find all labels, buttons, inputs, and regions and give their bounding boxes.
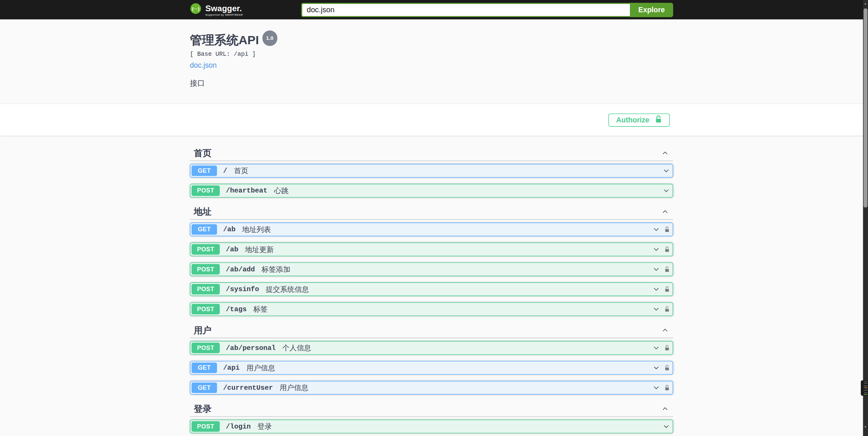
operation-summary: 地址更新 xyxy=(245,245,274,254)
operation-path: /ab xyxy=(226,246,238,253)
operation-summary: 首页 xyxy=(234,166,248,175)
chevron-up-icon[interactable] xyxy=(662,326,669,334)
operation-path: /currentUser xyxy=(223,384,273,392)
operation-row[interactable]: POST /sysinfo 提交系统信息 xyxy=(190,282,673,296)
chevron-down-icon[interactable] xyxy=(663,167,670,174)
lock-icon[interactable] xyxy=(664,246,670,253)
scroll-up-arrow[interactable]: ▲ xyxy=(863,2,868,5)
method-badge: GET xyxy=(191,166,217,176)
operation-summary: 心跳 xyxy=(274,186,288,196)
lock-icon[interactable] xyxy=(664,226,670,233)
section-header[interactable]: 首页 xyxy=(190,148,673,161)
chevron-down-icon[interactable] xyxy=(653,226,660,233)
method-badge: POST xyxy=(191,244,220,255)
operation-path: /tags xyxy=(226,305,247,313)
chevron-down-icon[interactable] xyxy=(653,246,660,253)
operation-row[interactable]: POST /tags 标签 xyxy=(190,302,673,316)
chevron-down-icon[interactable] xyxy=(653,286,660,293)
section-header[interactable]: 用户 xyxy=(190,325,673,338)
scroll-down-arrow[interactable]: ▼ xyxy=(863,425,868,429)
operation-row[interactable]: POST /ab/personal 个人信息 xyxy=(190,341,673,355)
authorize-label: Authorize xyxy=(616,116,650,124)
method-badge: GET xyxy=(191,363,217,373)
operation-summary: 用户信息 xyxy=(280,383,308,392)
operation-path: /ab/add xyxy=(226,265,255,273)
scheme-container: Authorize xyxy=(0,103,868,135)
unlock-icon xyxy=(655,115,662,125)
method-badge: POST xyxy=(191,342,220,353)
api-description: 接口 xyxy=(190,79,673,103)
operation-path: /ab xyxy=(223,225,236,233)
brand-name: Swagger. xyxy=(205,4,243,12)
chevron-down-icon[interactable] xyxy=(653,266,660,273)
operation-list: GET /ab 地址列表 POST /ab 地址更新 xyxy=(190,222,673,316)
chevron-down-icon[interactable] xyxy=(653,305,660,313)
scroll-minimap xyxy=(861,380,868,396)
lock-icon[interactable] xyxy=(664,384,670,391)
lock-icon[interactable] xyxy=(664,286,670,293)
method-badge: GET xyxy=(191,224,217,235)
api-sections: 首页 GET / 首页 POST /heartbeat 心跳 xyxy=(190,136,673,436)
operation-list: GET / 首页 POST /heartbeat 心跳 xyxy=(190,164,673,198)
spec-url-form: Explore xyxy=(301,2,673,17)
page-title: 管理系统API1.0 xyxy=(190,34,673,49)
chevron-down-icon[interactable] xyxy=(663,423,670,430)
lock-icon[interactable] xyxy=(664,364,670,371)
swagger-logo-icon: {···} xyxy=(190,3,201,17)
scrollbar-thumb[interactable] xyxy=(863,8,867,207)
spec-link[interactable]: doc.json xyxy=(190,61,217,69)
operation-path: /login xyxy=(226,423,251,431)
operation-row[interactable]: POST /login 登录 xyxy=(190,420,673,434)
brand-subtitle: Supported by SMARTBEAR xyxy=(205,13,243,16)
operation-row[interactable]: GET /currentUser 用户信息 xyxy=(190,381,673,395)
operation-summary: 标签添加 xyxy=(262,264,290,274)
chevron-down-icon[interactable] xyxy=(663,187,670,194)
operation-row[interactable]: GET /ab 地址列表 xyxy=(190,222,673,236)
chevron-up-icon[interactable] xyxy=(662,405,669,412)
operation-row[interactable]: GET /api 用户信息 xyxy=(190,361,673,375)
operation-path: /api xyxy=(223,364,240,372)
section-title: 首页 xyxy=(194,148,212,158)
version-badge: 1.0 xyxy=(262,31,277,46)
swagger-brand[interactable]: {···} Swagger. Supported by SMARTBEAR xyxy=(190,3,243,17)
api-section: 登录 POST /login 登录 POST /loginstatus 登录状态 xyxy=(190,403,673,436)
section-header[interactable]: 地址 xyxy=(190,206,673,220)
lock-icon[interactable] xyxy=(664,305,670,313)
operation-summary: 个人信息 xyxy=(282,343,311,353)
chevron-down-icon[interactable] xyxy=(653,344,660,351)
authorize-button[interactable]: Authorize xyxy=(608,113,670,127)
lock-icon[interactable] xyxy=(664,344,670,351)
operation-list: POST /login 登录 POST /loginstatus 登录状态 xyxy=(190,420,673,436)
api-section: 用户 POST /ab/personal 个人信息 xyxy=(190,325,673,395)
base-url: [ Base URL: /api ] xyxy=(190,51,673,58)
operation-summary: 提交系统信息 xyxy=(266,284,309,294)
scrollbar[interactable]: ▲ ▼ xyxy=(863,0,868,436)
api-section: 首页 GET / 首页 POST /heartbeat 心跳 xyxy=(190,148,673,198)
operation-row[interactable]: GET / 首页 xyxy=(190,164,673,178)
method-badge: POST xyxy=(191,421,220,432)
operation-summary: 登录 xyxy=(257,421,272,431)
explore-button[interactable]: Explore xyxy=(630,2,673,17)
operation-row[interactable]: POST /ab/add 标签添加 xyxy=(190,262,673,276)
operation-row[interactable]: POST /ab 地址更新 xyxy=(190,242,673,256)
svg-text:{···}: {···} xyxy=(192,6,200,11)
chevron-up-icon[interactable] xyxy=(662,208,669,215)
section-header[interactable]: 登录 xyxy=(190,403,673,417)
topbar: {···} Swagger. Supported by SMARTBEAR Ex… xyxy=(0,0,868,19)
chevron-up-icon[interactable] xyxy=(662,149,669,156)
method-badge: POST xyxy=(191,264,220,274)
lock-icon[interactable] xyxy=(664,266,670,273)
operation-row[interactable]: POST /heartbeat 心跳 xyxy=(190,184,673,198)
section-title: 用户 xyxy=(194,325,212,335)
spec-url-input[interactable] xyxy=(301,2,630,17)
chevron-down-icon[interactable] xyxy=(653,364,660,371)
operation-path: / xyxy=(223,167,227,175)
operation-summary: 标签 xyxy=(253,304,268,314)
operation-path: /ab/personal xyxy=(226,344,276,352)
method-badge: POST xyxy=(191,284,220,295)
operation-list: POST /ab/personal 个人信息 GET /api 用户信息 xyxy=(190,341,673,395)
chevron-down-icon[interactable] xyxy=(653,384,660,391)
method-badge: POST xyxy=(191,304,220,315)
operation-path: /heartbeat xyxy=(226,187,267,195)
swagger-ui-page: {···} Swagger. Supported by SMARTBEAR Ex… xyxy=(0,0,868,436)
